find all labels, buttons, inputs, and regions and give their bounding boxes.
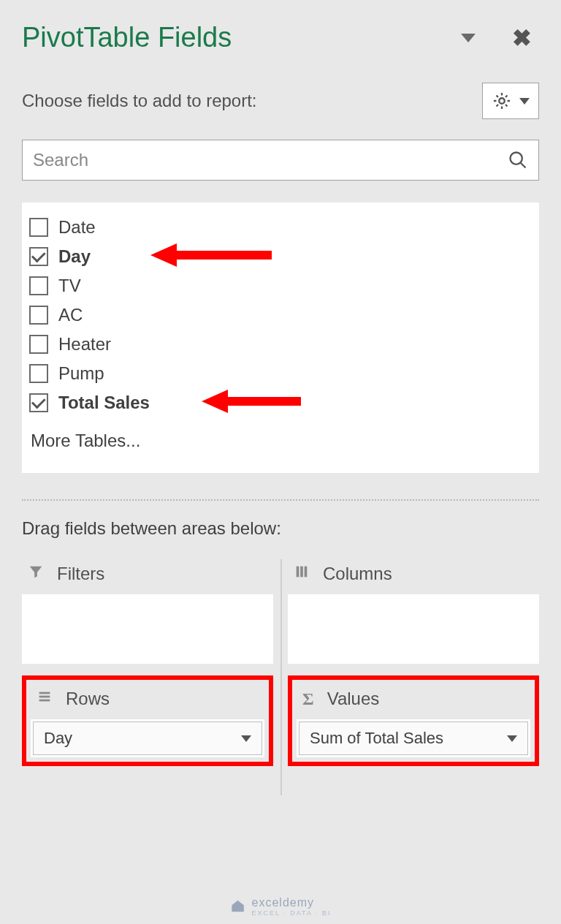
svg-rect-8 [39, 700, 50, 702]
settings-button[interactable] [482, 83, 539, 119]
checkbox[interactable] [29, 276, 48, 295]
areas-grid: Filters Columns Rows Day [22, 559, 539, 766]
columns-header: Columns [288, 559, 539, 594]
values-dropzone[interactable]: Sum of Total Sales [297, 719, 530, 757]
zone-label: Filters [57, 564, 104, 584]
field-list: Date Day TV AC Heater Pump Total Sales [22, 202, 539, 473]
pivot-fields-panel: PivotTable Fields ✖ Choose fields to add… [0, 0, 561, 766]
annotation-arrow [150, 243, 272, 267]
field-item-heater[interactable]: Heater [26, 330, 535, 359]
search-box[interactable] [22, 140, 539, 181]
field-label: TV [58, 276, 81, 296]
columns-icon [294, 564, 310, 584]
svg-rect-4 [300, 567, 303, 578]
field-label: Pump [58, 363, 104, 384]
watermark-brand: exceldemy [252, 896, 314, 909]
chevron-down-icon[interactable] [241, 735, 251, 742]
rows-pill-day[interactable]: Day [33, 722, 262, 755]
checkbox-checked[interactable] [29, 247, 48, 266]
panel-title: PivotTable Fields [22, 22, 232, 53]
annotation-arrow [202, 390, 301, 413]
close-icon[interactable]: ✖ [512, 24, 532, 52]
columns-dropzone[interactable] [288, 594, 539, 664]
field-item-date[interactable]: Date [26, 213, 535, 242]
checkbox[interactable] [29, 218, 48, 237]
watermark-sub: EXCEL · DATA · BI [252, 909, 332, 917]
panel-dropdown-icon[interactable] [461, 34, 476, 42]
filters-dropzone[interactable] [22, 594, 273, 664]
header-controls: ✖ [461, 24, 539, 52]
field-label: Total Sales [58, 393, 150, 413]
rows-zone[interactable]: Rows Day [22, 675, 273, 766]
more-tables-link[interactable]: More Tables... [26, 417, 535, 454]
funnel-icon [28, 564, 44, 584]
chevron-down-icon [519, 98, 530, 105]
zone-label: Rows [66, 689, 110, 709]
filters-header: Filters [22, 559, 273, 594]
pill-label: Sum of Total Sales [310, 729, 443, 748]
subtitle-text: Choose fields to add to report: [22, 91, 257, 111]
svg-point-0 [499, 98, 504, 103]
values-header: Σ Values [297, 684, 530, 719]
svg-rect-7 [39, 696, 50, 698]
search-icon [508, 150, 528, 170]
field-item-pump[interactable]: Pump [26, 359, 535, 388]
field-item-ac[interactable]: AC [26, 300, 535, 330]
rows-icon [37, 689, 53, 709]
svg-rect-3 [297, 567, 299, 578]
rows-dropzone[interactable]: Day [31, 719, 264, 757]
svg-rect-6 [39, 692, 50, 694]
checkbox[interactable] [29, 364, 48, 383]
checkbox-checked[interactable] [29, 393, 48, 412]
watermark: exceldemy EXCEL · DATA · BI [230, 896, 332, 917]
drag-instruction: Drag fields between areas below: [22, 518, 539, 539]
zone-label: Columns [323, 564, 392, 584]
columns-zone[interactable]: Columns [288, 559, 539, 664]
field-label: Heater [58, 334, 111, 355]
rows-header: Rows [31, 684, 264, 719]
vertical-divider [280, 559, 282, 795]
field-label: Day [58, 246, 91, 267]
checkbox[interactable] [29, 306, 48, 325]
divider [22, 499, 539, 501]
field-label: AC [58, 305, 83, 325]
values-pill-sumtotal[interactable]: Sum of Total Sales [299, 722, 528, 755]
header-row: PivotTable Fields ✖ [22, 22, 539, 53]
gear-icon [492, 91, 512, 111]
field-item-tv[interactable]: TV [26, 271, 535, 300]
subtitle-row: Choose fields to add to report: [22, 83, 539, 119]
values-zone[interactable]: Σ Values Sum of Total Sales [288, 675, 539, 766]
svg-rect-5 [305, 567, 308, 578]
filters-zone[interactable]: Filters [22, 559, 273, 664]
sigma-icon: Σ [302, 689, 314, 709]
watermark-icon [230, 898, 246, 914]
search-input[interactable] [33, 150, 508, 170]
svg-line-2 [521, 163, 526, 168]
field-item-day[interactable]: Day [26, 242, 535, 271]
pill-label: Day [44, 729, 72, 748]
zone-label: Values [327, 689, 380, 709]
svg-point-1 [511, 153, 522, 164]
checkbox[interactable] [29, 335, 48, 354]
field-label: Date [58, 217, 96, 238]
chevron-down-icon[interactable] [507, 735, 517, 742]
field-item-totalsales[interactable]: Total Sales [26, 388, 535, 417]
